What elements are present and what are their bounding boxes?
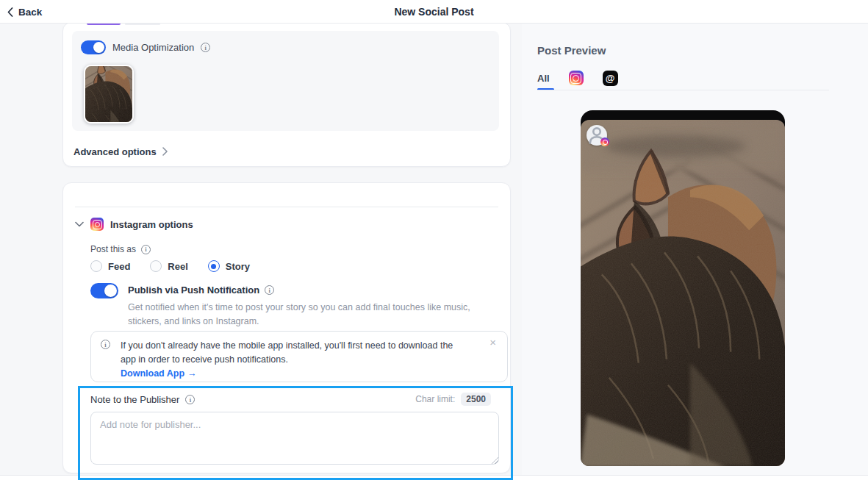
radio-circle bbox=[208, 260, 220, 272]
top-bar: Back New Social Post bbox=[0, 0, 868, 24]
story-preview-image bbox=[581, 120, 785, 466]
radio-reel-label: Reel bbox=[168, 261, 187, 272]
post-preview-title: Post Preview bbox=[537, 44, 606, 57]
info-icon[interactable]: i bbox=[201, 43, 210, 52]
radio-reel[interactable]: Reel bbox=[150, 260, 187, 272]
textarea-resize-handle[interactable] bbox=[492, 457, 498, 464]
alert-text: If you don't already have the mobile app… bbox=[121, 339, 469, 367]
radio-story-label: Story bbox=[226, 261, 250, 272]
preview-tabs: All @ bbox=[537, 69, 618, 87]
instagram-options-header[interactable]: Instagram options bbox=[75, 218, 193, 231]
download-app-alert: i If you don't already have the mobile a… bbox=[90, 331, 508, 382]
download-app-link[interactable]: Download App → bbox=[121, 368, 197, 379]
back-label: Back bbox=[18, 7, 42, 18]
post-this-as-label: Post this as bbox=[90, 244, 136, 254]
radio-circle bbox=[90, 260, 102, 272]
instagram-icon bbox=[90, 218, 104, 231]
radio-circle bbox=[150, 260, 162, 272]
avatar bbox=[587, 125, 607, 146]
tab-indicator-track bbox=[125, 24, 160, 25]
arrow-right-icon: → bbox=[187, 368, 197, 379]
media-optimization-box: Media Optimization i bbox=[72, 31, 499, 131]
radio-feed-label: Feed bbox=[108, 261, 130, 272]
chevron-left-icon bbox=[7, 7, 13, 17]
push-notification-description: Get notified when it's time to post your… bbox=[128, 301, 479, 329]
push-notification-label: Publish via Push Notification bbox=[128, 285, 259, 296]
info-icon[interactable]: i bbox=[141, 245, 151, 254]
instagram-badge-icon bbox=[600, 137, 609, 146]
advanced-options-label: Advanced options bbox=[73, 146, 157, 157]
chevron-right-icon bbox=[162, 147, 168, 156]
instagram-options-title: Instagram options bbox=[110, 219, 193, 230]
push-notification-toggle[interactable] bbox=[90, 283, 118, 298]
media-optimization-label: Media Optimization bbox=[112, 42, 194, 53]
info-icon: i bbox=[101, 340, 110, 349]
download-app-label: Download App bbox=[121, 368, 184, 379]
dog-photo-preview bbox=[581, 120, 785, 466]
media-card: Media Optimization i Advanced options bbox=[62, 22, 511, 167]
media-optimization-toggle[interactable] bbox=[81, 40, 106, 54]
footer-bar bbox=[0, 475, 868, 483]
section-divider bbox=[75, 207, 498, 207]
tab-instagram-icon[interactable] bbox=[569, 71, 584, 85]
radio-feed[interactable]: Feed bbox=[90, 260, 130, 272]
tab-all[interactable]: All bbox=[537, 73, 550, 84]
instagram-options-card: Instagram options Post this as i Feed Re… bbox=[62, 182, 511, 473]
post-type-radio-group: Feed Reel Story bbox=[90, 260, 250, 272]
media-thumbnail[interactable] bbox=[84, 65, 134, 124]
close-icon[interactable]: × bbox=[489, 337, 496, 348]
post-preview-panel: Post Preview All @ bbox=[522, 24, 868, 483]
info-icon[interactable]: i bbox=[185, 395, 195, 404]
chevron-down-icon bbox=[75, 221, 84, 227]
note-to-publisher-input[interactable] bbox=[90, 412, 499, 465]
dog-photo-thumbnail bbox=[85, 66, 132, 122]
page-title: New Social Post bbox=[0, 6, 868, 18]
radio-story[interactable]: Story bbox=[208, 260, 250, 272]
char-limit-value: 2500 bbox=[461, 393, 491, 406]
tabs-divider bbox=[537, 90, 829, 90]
info-icon[interactable]: i bbox=[265, 285, 274, 295]
char-limit-label: Char limit: bbox=[415, 394, 455, 404]
note-to-publisher-label: Note to the Publisher bbox=[90, 394, 179, 405]
story-preview-frame bbox=[581, 110, 785, 466]
tab-threads-icon[interactable]: @ bbox=[603, 71, 618, 86]
back-button[interactable]: Back bbox=[7, 0, 42, 24]
advanced-options-button[interactable]: Advanced options bbox=[73, 140, 168, 162]
